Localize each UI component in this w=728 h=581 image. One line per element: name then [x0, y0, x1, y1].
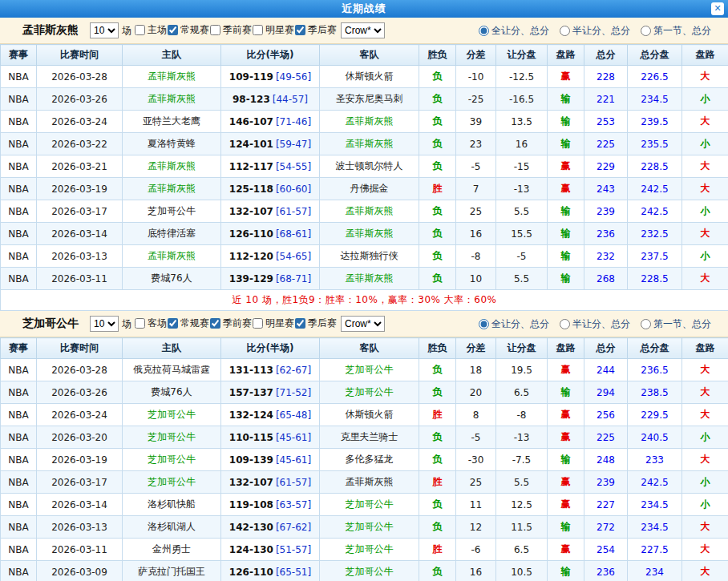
total-points-cell: 272 — [584, 516, 628, 539]
games-count-select[interactable]: 10 — [90, 22, 119, 38]
odds-type-select[interactable]: Crow* — [341, 22, 385, 38]
handicap-line-cell: 10.5 — [496, 561, 548, 581]
odds-mode-radio[interactable]: 半让分、总分 — [560, 24, 630, 38]
checkbox-label: 常规赛 — [180, 317, 209, 330]
total-result-cell: 大 — [682, 155, 728, 178]
total-result-cell: 大 — [682, 268, 728, 290]
checkbox-input[interactable] — [253, 25, 263, 35]
result-cell: 胜 — [419, 539, 456, 561]
radio-label: 半让分、总分 — [572, 317, 630, 331]
titlebar: 近期战绩 ✕ — [0, 0, 728, 18]
point-diff-cell: -5 — [456, 426, 496, 449]
radio-input[interactable] — [641, 319, 651, 329]
home-team-cell: 芝加哥公牛 — [123, 449, 221, 471]
games-count-select[interactable]: 10 — [90, 316, 119, 332]
point-diff-cell: 23 — [456, 133, 496, 155]
date-cell: 2026-03-09 — [37, 561, 123, 581]
point-diff-cell: -5 — [456, 155, 496, 178]
date-cell: 2026-03-21 — [37, 155, 123, 178]
checkbox-input[interactable] — [168, 318, 178, 329]
handicap-line-cell: 15.5 — [496, 223, 548, 245]
checkbox-input[interactable] — [135, 318, 145, 329]
table-row: NBA2026-03-17芝加哥公牛132-107[61-57]孟菲斯灰熊负25… — [1, 200, 728, 223]
date-cell: 2026-03-24 — [37, 111, 123, 133]
odds-mode-radio[interactable]: 第一节、总分 — [641, 317, 711, 331]
checkbox-label: 明星赛 — [265, 23, 294, 37]
column-header: 胜负 — [419, 338, 456, 359]
date-cell: 2026-03-19 — [37, 178, 123, 200]
total-line-cell: 233 — [628, 449, 682, 471]
score-cell: 132-107[61-57] — [221, 200, 320, 223]
games-label: 场 — [122, 317, 131, 331]
checkbox-input[interactable] — [295, 318, 305, 329]
handicap-line-cell: -13 — [496, 178, 548, 200]
checkbox-input[interactable] — [135, 25, 145, 35]
handicap-result-cell: 输 — [548, 449, 584, 471]
away-team-cell: 芝加哥公牛 — [320, 494, 419, 516]
filter-checkbox[interactable]: 常规赛 — [168, 317, 209, 330]
odds-mode-radio[interactable]: 全让分、总分 — [479, 24, 549, 38]
total-points-cell: 227 — [584, 494, 628, 516]
handicap-line-cell: -16.5 — [496, 88, 548, 111]
away-team-cell: 芝加哥公牛 — [320, 539, 419, 561]
total-points-cell: 243 — [584, 178, 628, 200]
total-points-cell: 221 — [584, 88, 628, 111]
checkbox-input[interactable] — [210, 25, 220, 35]
radio-input[interactable] — [479, 319, 489, 329]
score-cell: 124-101[59-47] — [221, 133, 320, 155]
filter-checkbox[interactable]: 季后赛 — [295, 317, 337, 330]
odds-mode-radio-group: 全让分、总分半让分、总分第一节、总分 — [479, 24, 712, 38]
table-header-row: 赛事比赛时间主队比分(半场)客队胜负分差让分盘盘路总分总分盘盘路 — [1, 338, 728, 359]
filter-checkbox[interactable]: 主场 — [135, 23, 167, 37]
filter-checkbox[interactable]: 常规赛 — [168, 23, 209, 37]
column-header: 客队 — [320, 338, 419, 359]
checkbox-input[interactable] — [253, 318, 263, 329]
handicap-result-cell: 赢 — [548, 539, 584, 561]
radio-input[interactable] — [479, 26, 489, 36]
radio-input[interactable] — [560, 319, 570, 329]
filter-checkbox[interactable]: 明星赛 — [253, 23, 294, 37]
home-team-cell: 芝加哥公牛 — [123, 404, 221, 426]
handicap-line-cell: 19.5 — [496, 359, 548, 381]
fulltime-score: 132-107 — [229, 477, 273, 488]
checkbox-input[interactable] — [295, 25, 305, 35]
table-row: NBA2026-03-13孟菲斯灰熊112-120[54-65]达拉斯独行侠负-… — [1, 245, 728, 268]
odds-mode-radio[interactable]: 全让分、总分 — [479, 317, 549, 331]
filter-checkbox[interactable]: 季前赛 — [210, 317, 252, 330]
close-button[interactable]: ✕ — [711, 2, 724, 15]
filter-checkbox[interactable]: 客场 — [135, 317, 167, 330]
date-cell: 2026-03-11 — [37, 268, 123, 290]
total-result-cell: 大 — [682, 111, 728, 133]
point-diff-cell: 10 — [456, 268, 496, 290]
radio-input[interactable] — [560, 26, 570, 36]
filter-checkbox[interactable]: 明星赛 — [253, 317, 294, 330]
home-team-cell: 芝加哥公牛 — [123, 426, 221, 449]
odds-mode-radio-group: 全让分、总分半让分、总分第一节、总分 — [479, 317, 712, 331]
odds-type-select[interactable]: Crow* — [341, 316, 385, 332]
result-cell: 负 — [419, 426, 456, 449]
total-points-cell: 236 — [584, 561, 628, 581]
table-row: NBA2026-03-22夏洛特黄蜂124-101[59-47]孟菲斯灰熊负23… — [1, 133, 728, 155]
checkbox-input[interactable] — [168, 25, 178, 35]
checkbox-input[interactable] — [210, 318, 220, 329]
fulltime-score: 131-113 — [229, 365, 273, 376]
odds-mode-radio[interactable]: 第一节、总分 — [641, 24, 711, 38]
handicap-result-cell: 赢 — [548, 178, 584, 200]
score-cell: 110-115[45-61] — [221, 426, 320, 449]
odds-mode-radio[interactable]: 半让分、总分 — [560, 317, 630, 331]
result-cell: 负 — [419, 88, 456, 111]
league-cell: NBA — [1, 426, 37, 449]
league-cell: NBA — [1, 223, 37, 245]
handicap-result-cell: 输 — [548, 245, 584, 268]
halftime-score: [60-60] — [276, 184, 311, 195]
total-result-cell: 大 — [682, 404, 728, 426]
away-team-cell: 芝加哥公牛 — [320, 516, 419, 539]
checkbox-label: 季后赛 — [308, 317, 337, 330]
total-result-cell: 小 — [682, 494, 728, 516]
table-header-row: 赛事比赛时间主队比分(半场)客队胜负分差让分盘盘路总分总分盘盘路 — [1, 45, 728, 66]
fulltime-score: 142-130 — [229, 522, 273, 533]
filter-checkbox[interactable]: 季前赛 — [210, 23, 252, 37]
filter-checkbox[interactable]: 季后赛 — [295, 23, 337, 37]
radio-input[interactable] — [641, 26, 651, 36]
away-team-cell: 休斯顿火箭 — [320, 404, 419, 426]
